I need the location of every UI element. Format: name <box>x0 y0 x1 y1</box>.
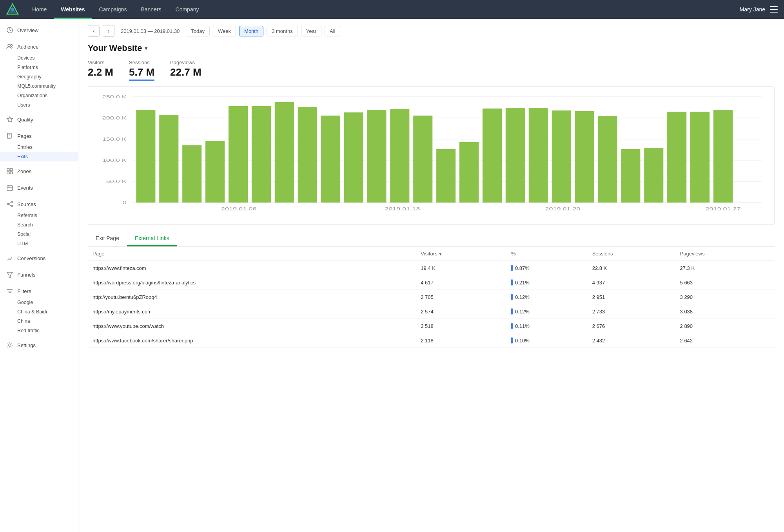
svg-rect-42 <box>136 110 155 203</box>
nav-websites[interactable]: Websites <box>54 0 92 19</box>
col-pct: % <box>506 247 588 261</box>
svg-text:2019.01.13: 2019.01.13 <box>385 206 420 211</box>
svg-point-20 <box>7 203 9 205</box>
nav-company[interactable]: Company <box>169 0 206 19</box>
cell-pct: 0.87% <box>506 261 588 275</box>
svg-rect-58 <box>506 108 525 203</box>
svg-rect-44 <box>182 145 201 203</box>
sidebar-item-audience[interactable]: Audience <box>0 40 78 53</box>
sidebar-item-funnels[interactable]: Funnels <box>0 268 78 281</box>
cell-visitors: 4 617 <box>416 275 506 290</box>
period-all-button[interactable]: All <box>325 26 340 36</box>
cell-page[interactable]: https://www.finteza.com <box>88 261 416 275</box>
sidebar-item-quality[interactable]: Quality <box>0 113 78 126</box>
col-visitors[interactable]: Visitors <box>416 247 506 261</box>
sidebar-sub-exits[interactable]: Exits <box>0 152 78 161</box>
sidebar-sub-organizations[interactable]: Organizations <box>0 91 78 100</box>
tab-exit-page[interactable]: Exit Page <box>88 231 127 246</box>
pct-value: 0.12% <box>515 294 530 300</box>
sidebar-sub-devices[interactable]: Devices <box>0 53 78 63</box>
col-pageviews: Pageviews <box>675 247 775 261</box>
cell-page[interactable]: https://my.epayments.com <box>88 304 416 319</box>
nav-campaigns[interactable]: Campaigns <box>92 0 134 19</box>
chart-svg: 250.0 K 200.0 K 150.0 K 100.0 K 50.0 K 0 <box>94 93 768 218</box>
period-today-button[interactable]: Today <box>186 26 210 36</box>
sidebar-sub-utm[interactable]: UTM <box>0 239 78 248</box>
sidebar-sub-china-baidu[interactable]: China & Baidu <box>0 307 78 317</box>
cell-page[interactable]: https://www.youtube.com/watch <box>88 319 416 333</box>
sidebar-sub-red-traffic[interactable]: Red traffic <box>0 326 78 335</box>
stat-pageviews[interactable]: Pageviews 22.7 M <box>170 60 201 78</box>
svg-rect-63 <box>621 149 640 203</box>
sidebar-zones-label: Zones <box>17 168 31 174</box>
cell-page[interactable]: https://www.facebook.com/sharer/sharer.p… <box>88 333 416 348</box>
svg-rect-43 <box>159 115 178 203</box>
sidebar-sub-china[interactable]: China <box>0 317 78 326</box>
sidebar-item-conversions[interactable]: Conversions <box>0 252 78 265</box>
hamburger-icon[interactable] <box>770 6 778 13</box>
sidebar-sub-search[interactable]: Search <box>0 220 78 230</box>
events-icon <box>6 184 13 191</box>
sidebar-item-sources[interactable]: Sources <box>0 197 78 211</box>
quality-icon <box>6 116 13 123</box>
sidebar-sub-social[interactable]: Social <box>0 230 78 239</box>
cell-visitors: 2 518 <box>416 319 506 333</box>
period-week-button[interactable]: Week <box>213 26 236 36</box>
svg-text:150.0 K: 150.0 K <box>102 137 127 141</box>
pct-bar-indicator <box>511 308 513 315</box>
period-year-button[interactable]: Year <box>301 26 321 36</box>
cell-visitors: 19.4 K <box>416 261 506 275</box>
stat-sessions[interactable]: Sessions 5.7 M <box>129 60 154 78</box>
website-title-row[interactable]: Your Website ▾ <box>88 43 775 53</box>
table-row: https://www.facebook.com/sharer/sharer.p… <box>88 333 775 348</box>
tab-external-links[interactable]: External Links <box>127 231 177 246</box>
sidebar-sub-platforms[interactable]: Platforms <box>0 63 78 72</box>
pct-value: 0.11% <box>515 323 530 329</box>
nav-banners[interactable]: Banners <box>134 0 168 19</box>
nav-home[interactable]: Home <box>25 0 54 19</box>
sidebar-audience-label: Audience <box>17 44 38 50</box>
cell-pct: 0.11% <box>506 319 588 333</box>
period-3months-button[interactable]: 3 months <box>267 26 298 36</box>
svg-text:2019.01.06: 2019.01.06 <box>221 206 256 211</box>
audience-icon <box>6 43 13 50</box>
svg-rect-14 <box>7 172 9 174</box>
svg-point-6 <box>8 44 10 47</box>
username-label: Mary Jane <box>740 6 765 13</box>
svg-line-24 <box>9 204 11 206</box>
svg-line-5 <box>10 30 11 31</box>
cell-page[interactable]: http://youtu.be/ntu6pZRopq4 <box>88 290 416 304</box>
stat-visitors[interactable]: Visitors 2.2 M <box>88 60 113 78</box>
sidebar-sub-mql5[interactable]: MQL5.community <box>0 81 78 91</box>
period-month-button[interactable]: Month <box>239 26 263 36</box>
sidebar-sub-geography[interactable]: Geography <box>0 72 78 81</box>
sidebar-item-events[interactable]: Events <box>0 181 78 194</box>
pct-bar-indicator <box>511 265 513 271</box>
table-row: http://youtu.be/ntu6pZRopq4 2 705 0.12% … <box>88 290 775 304</box>
svg-rect-53 <box>390 109 409 203</box>
pct-bar-indicator <box>511 323 513 329</box>
sidebar-item-filters[interactable]: Filters <box>0 284 78 298</box>
svg-rect-45 <box>205 141 225 203</box>
cell-page[interactable]: https://wordpress.org/plugins/finteza-an… <box>88 275 416 290</box>
chart-container: 250.0 K 200.0 K 150.0 K 100.0 K 50.0 K 0 <box>88 86 775 225</box>
sidebar-item-pages[interactable]: Pages <box>0 129 78 143</box>
sidebar-sub-google[interactable]: Google <box>0 298 78 307</box>
sidebar-sub-entries[interactable]: Entries <box>0 143 78 152</box>
svg-rect-61 <box>575 111 594 203</box>
svg-rect-46 <box>229 106 248 203</box>
table-row: https://www.finteza.com 19.4 K 0.87% 22.… <box>88 261 775 275</box>
sidebar-item-overview[interactable]: Overview <box>0 24 78 37</box>
settings-icon <box>6 342 13 349</box>
svg-rect-59 <box>529 108 548 203</box>
sidebar-item-zones[interactable]: Zones <box>0 165 78 178</box>
sidebar-sub-users[interactable]: Users <box>0 100 78 110</box>
cell-pageviews: 3 038 <box>675 304 775 319</box>
prev-period-button[interactable]: ‹ <box>88 25 100 37</box>
next-period-button[interactable]: › <box>103 25 114 37</box>
sidebar-sub-referrals[interactable]: Referrals <box>0 211 78 220</box>
svg-marker-25 <box>7 272 13 277</box>
sidebar-item-settings[interactable]: Settings <box>0 338 78 352</box>
funnels-icon <box>6 271 13 278</box>
stat-visitors-label: Visitors <box>88 60 113 65</box>
